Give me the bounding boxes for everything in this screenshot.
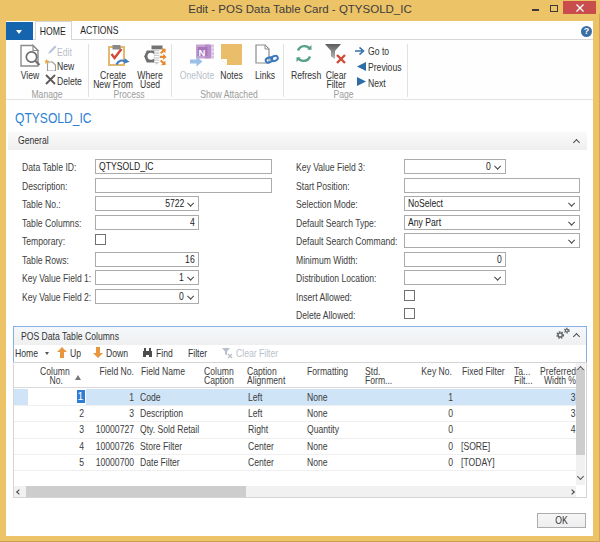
svg-text:N: N (199, 46, 206, 57)
